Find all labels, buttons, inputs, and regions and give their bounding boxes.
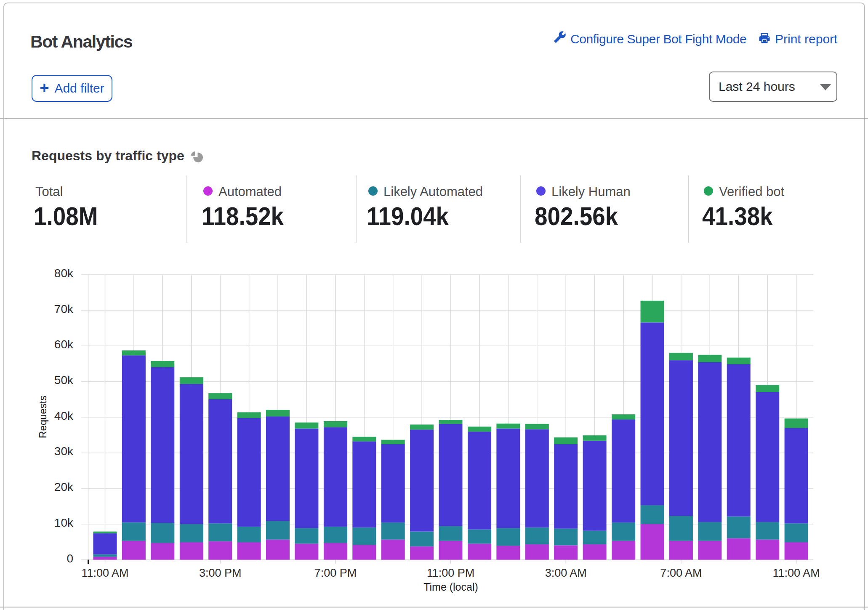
svg-text:11:00 AM: 11:00 AM [81,567,128,579]
svg-text:11:00 AM: 11:00 AM [773,567,820,579]
svg-text:Requests: Requests [37,395,48,438]
svg-text:Time (local): Time (local) [423,581,478,593]
svg-text:7:00 PM: 7:00 PM [314,567,357,579]
svg-text:30k: 30k [54,445,74,458]
svg-text:3:00 AM: 3:00 AM [545,567,587,579]
svg-text:0: 0 [67,552,73,565]
svg-text:50k: 50k [54,374,74,387]
svg-text:20k: 20k [54,480,74,493]
svg-text:10k: 10k [54,516,74,529]
svg-text:70k: 70k [54,302,74,316]
svg-text:11:00 PM: 11:00 PM [427,567,475,579]
svg-text:7:00 AM: 7:00 AM [660,567,702,579]
svg-text:3:00 PM: 3:00 PM [199,567,242,579]
svg-text:60k: 60k [54,338,74,351]
svg-text:40k: 40k [54,409,74,422]
svg-text:80k: 80k [54,267,74,280]
